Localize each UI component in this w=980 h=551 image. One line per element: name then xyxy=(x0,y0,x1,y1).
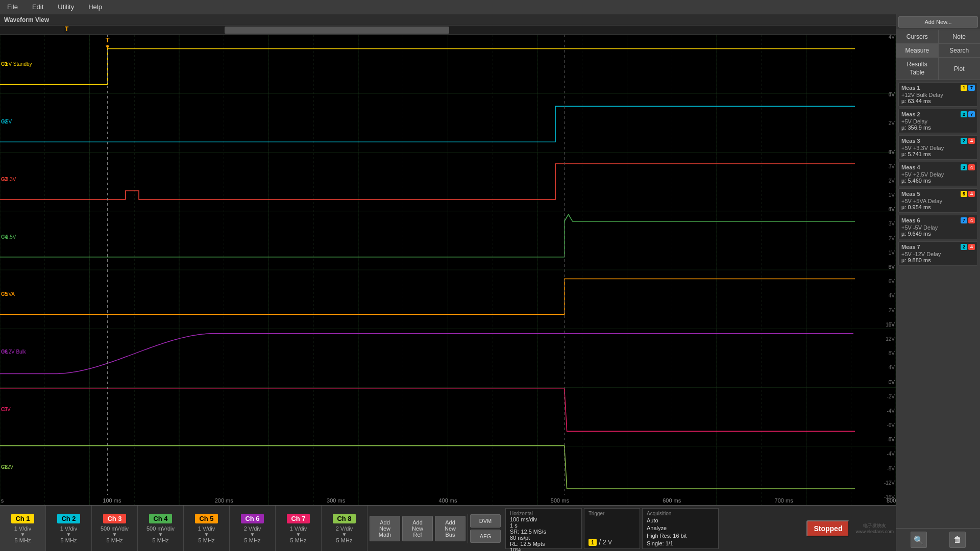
meas-item-2[interactable]: Meas 2 2 7 +5V Delay µ: 356.9 ms xyxy=(898,109,978,133)
meas-item-7[interactable]: Meas 7 2 4 +5V -12V Delay µ: 9.880 ms xyxy=(898,241,978,266)
acquisition-title: Acquisition xyxy=(647,511,714,516)
channel-block-4[interactable]: Ch 4 500 mV/div ▼ 5 MHz xyxy=(138,506,184,551)
meas-value-4: µ: 5.460 ms xyxy=(901,178,975,184)
afg-button[interactable]: AFG xyxy=(470,530,501,543)
ch-mhz-1: 5 MHz xyxy=(15,537,31,543)
trigger-title: Trigger xyxy=(589,511,635,516)
add-new-button[interactable]: Add New... xyxy=(898,16,978,28)
ch-name-6: Ch 6 xyxy=(241,514,263,523)
ch-name-3: Ch 3 xyxy=(103,514,126,523)
meas-chip2-1: 7 xyxy=(968,85,975,91)
meas-item-4[interactable]: Meas 4 3 4 +5V +2.5V Delay µ: 5.460 ms xyxy=(898,162,978,186)
meas-chip2-2: 7 xyxy=(968,111,975,117)
meas-title-4: Meas 4 xyxy=(901,164,920,170)
meas-chip1-2: 2 xyxy=(961,111,967,117)
ch-name-4: Ch 4 xyxy=(149,514,172,523)
horizontal-time-div: 100 ms/div xyxy=(510,516,577,522)
meas-value-1: µ: 63.44 ms xyxy=(901,98,975,104)
waveform-title: Waveform View xyxy=(4,16,49,23)
meas-title-3: Meas 3 xyxy=(901,138,920,144)
meas-item-1[interactable]: Meas 1 1 7 +12V Bulk Delay µ: 63.44 ms xyxy=(898,82,978,107)
plot-button[interactable]: Plot xyxy=(939,58,981,80)
ch-freq-7: ▼ xyxy=(296,532,301,537)
results-table-button[interactable]: Results Table xyxy=(896,58,939,80)
right-panel-bottom: 🔍 🗑 xyxy=(896,528,980,551)
channel-block-2[interactable]: Ch 2 1 V/div ▼ 5 MHz xyxy=(46,506,92,551)
add-buttons-group: Add New Math Add New Ref Add New Bus xyxy=(368,514,468,543)
meas-chip2-6: 4 xyxy=(968,217,975,223)
acquisition-analyze: Analyze xyxy=(647,525,714,531)
menubar: File Edit Utility Help xyxy=(0,0,980,14)
channel-block-1[interactable]: Ch 1 1 V/div ▼ 5 MHz xyxy=(0,506,46,551)
note-button[interactable]: Note xyxy=(939,30,981,43)
search-icon-button[interactable]: 🔍 xyxy=(911,532,927,548)
trigger-info: Trigger 1 / 2 V xyxy=(584,508,640,549)
channel-block-6[interactable]: Ch 6 2 V/div ▼ 5 MHz xyxy=(230,506,276,551)
meas-value-7: µ: 9.880 ms xyxy=(901,257,975,263)
stopped-button[interactable]: Stopped xyxy=(806,520,849,537)
menu-help[interactable]: Help xyxy=(81,1,109,13)
trigger-channel-chip: 1 xyxy=(589,539,597,546)
search-button[interactable]: Search xyxy=(939,44,981,57)
time-scrollbar[interactable]: ▼ T xyxy=(0,26,896,35)
measure-button[interactable]: Measure xyxy=(896,44,939,57)
main-layout: Waveform View ▼ T Ch 1 1 V/div ▼ 5 MHz C… xyxy=(0,14,980,551)
waveform-titlebar: Waveform View xyxy=(0,14,896,26)
ch-freq-6: ▼ xyxy=(250,532,255,537)
ch-name-2: Ch 2 xyxy=(57,514,80,523)
ch-freq-4: ▼ xyxy=(158,532,163,537)
add-new-ref-button[interactable]: Add New Ref xyxy=(402,516,433,541)
channel-block-7[interactable]: Ch 7 1 V/div ▼ 5 MHz xyxy=(276,506,322,551)
menu-file[interactable]: File xyxy=(0,1,25,13)
meas-label-3: +5V +3.3V Delay xyxy=(901,145,975,151)
waveform-canvas-container[interactable] xyxy=(0,35,896,505)
meas-chip1-7: 2 xyxy=(961,244,967,250)
meas-label-2: +5V Delay xyxy=(901,118,975,124)
channel-block-8[interactable]: Ch 8 2 V/div ▼ 5 MHz xyxy=(322,506,368,551)
meas-value-5: µ: 0.954 ms xyxy=(901,204,975,210)
trigger-icon: / xyxy=(599,538,601,546)
ch-freq-1: ▼ xyxy=(20,532,26,537)
menu-edit[interactable]: Edit xyxy=(25,1,51,13)
right-panel: Add New... Cursors Note Measure Search R… xyxy=(896,14,980,551)
meas-label-7: +5V -12V Delay xyxy=(901,251,975,257)
cursors-button[interactable]: Cursors xyxy=(896,30,939,43)
meas-value-2: µ: 356.9 ms xyxy=(901,124,975,131)
meas-chip2-7: 4 xyxy=(968,244,975,250)
meas-chip1-5: 5 xyxy=(961,191,967,197)
acquisition-single: Single: 1/1 xyxy=(647,540,714,546)
dvm-button[interactable]: DVM xyxy=(470,514,501,528)
acquisition-mode: Auto xyxy=(647,517,714,523)
trigger-level: 2 V xyxy=(603,539,612,546)
acquisition-res: High Res: 16 bit xyxy=(647,533,714,539)
ch-name-5: Ch 5 xyxy=(195,514,217,523)
meas-item-6[interactable]: Meas 6 7 4 +5V -5V Delay µ: 9.649 ms xyxy=(898,215,978,239)
ch-vdiv-1: 1 V/div xyxy=(14,525,32,532)
menu-utility[interactable]: Utility xyxy=(51,1,81,13)
channel-block-5[interactable]: Ch 5 1 V/div ▼ 5 MHz xyxy=(184,506,230,551)
trash-icon-button[interactable]: 🗑 xyxy=(949,532,966,548)
channel-blocks: Ch 1 1 V/div ▼ 5 MHz Ch 2 1 V/div ▼ 5 MH… xyxy=(0,506,368,551)
add-new-bus-button[interactable]: Add New Bus xyxy=(435,516,465,541)
ch-vdiv-6: 2 V/div xyxy=(244,525,261,532)
meas-chip1-4: 3 xyxy=(961,164,967,170)
meas-label-6: +5V -5V Delay xyxy=(901,224,975,231)
meas-title-1: Meas 1 xyxy=(901,85,920,91)
meas-label-4: +5V +2.5V Delay xyxy=(901,171,975,178)
ch-vdiv-4: 500 mV/div xyxy=(146,525,175,532)
horizontal-record: 1 s xyxy=(510,522,577,529)
meas-label-1: +12V Bulk Delay xyxy=(901,92,975,98)
channel-strip: Ch 1 1 V/div ▼ 5 MHz Ch 2 1 V/div ▼ 5 MH… xyxy=(0,505,896,551)
scroll-thumb[interactable] xyxy=(225,27,449,34)
channel-block-3[interactable]: Ch 3 500 mV/div ▼ 5 MHz xyxy=(92,506,138,551)
ch-freq-2: ▼ xyxy=(66,532,71,537)
meas-item-3[interactable]: Meas 3 2 4 +5V +3.3V Delay µ: 5.741 ms xyxy=(898,135,978,160)
horizontal-rl: RL: 12.5 Mpts xyxy=(510,541,577,547)
meas-item-5[interactable]: Meas 5 5 4 +5V +5VA Delay µ: 0.954 ms xyxy=(898,188,978,213)
ch-name-8: Ch 8 xyxy=(333,514,355,523)
add-new-area: Add New... xyxy=(896,14,980,30)
acquisition-info: Acquisition Auto Analyze High Res: 16 bi… xyxy=(642,508,719,549)
waveform-canvas xyxy=(0,35,896,505)
meas-title-5: Meas 5 xyxy=(901,191,920,197)
add-new-math-button[interactable]: Add New Math xyxy=(370,516,400,541)
